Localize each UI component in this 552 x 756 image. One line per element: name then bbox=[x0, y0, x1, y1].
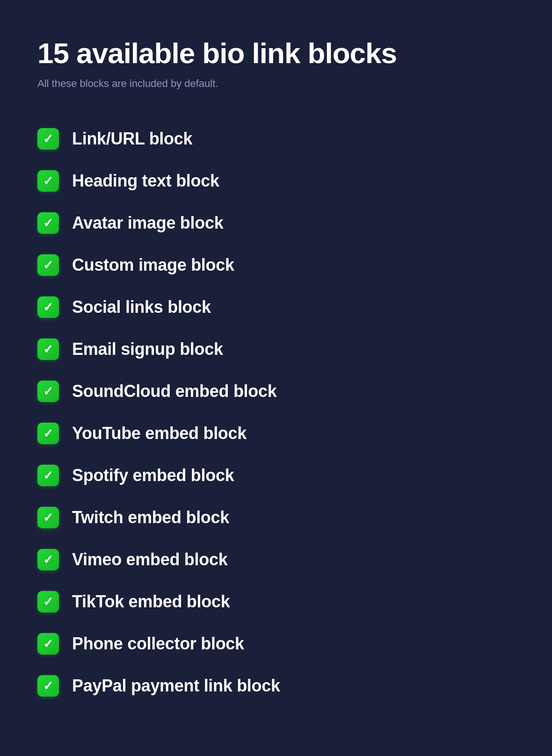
list-item: Avatar image block bbox=[37, 202, 515, 244]
block-label-custom-image-block: Custom image block bbox=[72, 255, 234, 275]
block-list: Link/URL blockHeading text blockAvatar i… bbox=[37, 118, 515, 707]
checkbox-checked-icon bbox=[37, 170, 59, 192]
block-label-link-url-block: Link/URL block bbox=[72, 129, 192, 149]
page-title: 15 available bio link blocks bbox=[37, 37, 515, 69]
block-label-twitch-embed-block: Twitch embed block bbox=[72, 508, 229, 527]
list-item: Social links block bbox=[37, 286, 515, 328]
list-item: Spotify embed block bbox=[37, 454, 515, 497]
checkbox-checked-icon bbox=[37, 465, 59, 486]
list-item: Phone collector block bbox=[37, 623, 515, 665]
block-label-avatar-image-block: Avatar image block bbox=[72, 213, 223, 233]
checkbox-checked-icon bbox=[37, 423, 59, 444]
block-label-social-links-block: Social links block bbox=[72, 297, 211, 317]
list-item: SoundCloud embed block bbox=[37, 370, 515, 412]
checkbox-checked-icon bbox=[37, 549, 59, 570]
block-label-paypal-payment-link-block: PayPal payment link block bbox=[72, 676, 280, 696]
block-label-heading-text-block: Heading text block bbox=[72, 171, 219, 191]
list-item: TikTok embed block bbox=[37, 581, 515, 623]
list-item: Email signup block bbox=[37, 328, 515, 370]
checkbox-checked-icon bbox=[37, 296, 59, 318]
checkbox-checked-icon bbox=[37, 128, 59, 150]
block-label-youtube-embed-block: YouTube embed block bbox=[72, 424, 247, 443]
block-label-spotify-embed-block: Spotify embed block bbox=[72, 466, 234, 485]
list-item: Heading text block bbox=[37, 160, 515, 202]
block-label-vimeo-embed-block: Vimeo embed block bbox=[72, 550, 227, 569]
checkbox-checked-icon bbox=[37, 381, 59, 402]
block-label-phone-collector-block: Phone collector block bbox=[72, 634, 244, 654]
list-item: PayPal payment link block bbox=[37, 665, 515, 707]
list-item: Vimeo embed block bbox=[37, 539, 515, 581]
checkbox-checked-icon bbox=[37, 675, 59, 697]
list-item: Link/URL block bbox=[37, 118, 515, 160]
list-item: YouTube embed block bbox=[37, 412, 515, 454]
block-label-soundcloud-embed-block: SoundCloud embed block bbox=[72, 382, 276, 401]
checkbox-checked-icon bbox=[37, 254, 59, 276]
list-item: Custom image block bbox=[37, 244, 515, 286]
checkbox-checked-icon bbox=[37, 591, 59, 612]
checkbox-checked-icon bbox=[37, 633, 59, 655]
checkbox-checked-icon bbox=[37, 212, 59, 234]
checkbox-checked-icon bbox=[37, 507, 59, 528]
page-subtitle: All these blocks are included by default… bbox=[37, 78, 515, 90]
block-label-email-signup-block: Email signup block bbox=[72, 339, 223, 359]
list-item: Twitch embed block bbox=[37, 497, 515, 539]
checkbox-checked-icon bbox=[37, 338, 59, 360]
block-label-tiktok-embed-block: TikTok embed block bbox=[72, 592, 230, 612]
